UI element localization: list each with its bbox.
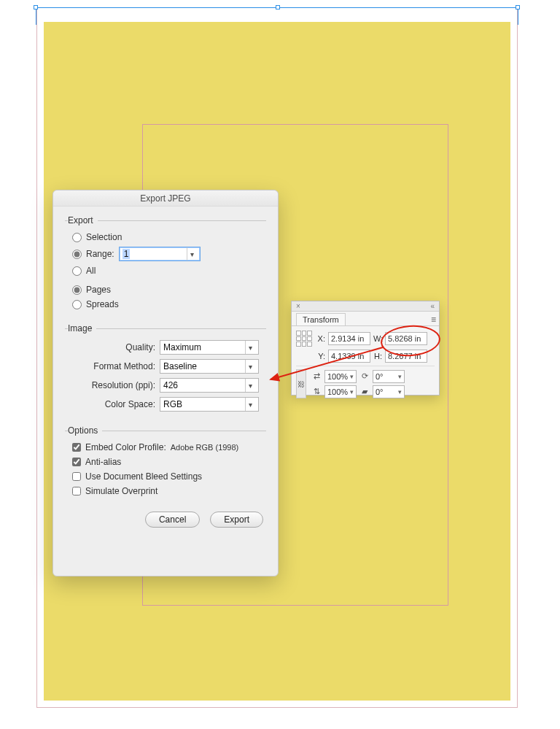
anti-alias-label: Anti-alias [85,457,121,467]
collapse-icon[interactable]: « [430,302,435,310]
export-jpeg-dialog: Export JPEG Export Selection Range: 1 Al… [52,190,279,576]
options-legend: Options [68,425,102,436]
range-radio[interactable] [72,250,82,259]
constrain-proportions-icon[interactable]: ⛓ [296,369,306,398]
embed-profile-name: Adobe RGB (1998) [171,443,239,452]
chevron-down-icon[interactable] [187,247,197,261]
selection-handle-tr[interactable] [516,5,520,9]
scale-y-dropdown[interactable]: 100% [324,385,357,398]
chevron-down-icon[interactable] [245,398,255,411]
spreads-label: Spreads [86,299,119,309]
h-label: H: [373,352,382,360]
pages-label: Pages [86,285,111,295]
export-button[interactable]: Export [210,512,263,528]
bleed-checkbox[interactable] [72,472,81,481]
overprint-label: Simulate Overprint [85,486,158,496]
pages-radio[interactable] [72,285,82,295]
shear-icon: ▰ [359,387,370,396]
selection-radio[interactable] [72,233,82,242]
image-legend: Image [68,323,96,333]
selection-edge-left [36,7,36,25]
resolution-combobox[interactable]: 426 [160,378,259,393]
cancel-button[interactable]: Cancel [145,512,200,528]
scale-x-icon: ⇄ [311,371,322,381]
selection-edge-right [518,7,518,25]
shear-dropdown[interactable]: 0° [373,385,405,398]
format-method-label: Format Method: [72,361,155,371]
chevron-down-icon[interactable] [245,360,255,373]
x-label: X: [316,334,325,343]
image-group: Image Quality: Maximum Format Method: Ba… [65,323,266,417]
range-combobox[interactable]: 1 [119,247,201,261]
anti-alias-checkbox[interactable] [72,458,81,466]
scale-x-dropdown[interactable]: 100% [324,370,357,383]
options-group: Options Embed Color Profile: Adobe RGB (… [65,425,266,501]
rotate-dropdown[interactable]: 0° [373,370,405,383]
overprint-checkbox[interactable] [72,487,81,495]
all-label: All [86,266,96,276]
close-icon[interactable]: × [296,302,300,310]
export-group: Export Selection Range: 1 All Pages Spre… [65,215,266,315]
bleed-label: Use Document Bleed Settings [85,471,202,482]
selection-handle-tl[interactable] [34,5,38,9]
spreads-radio[interactable] [72,300,82,309]
export-legend: Export [68,215,98,225]
color-space-select[interactable]: RGB [160,397,259,412]
y-input[interactable]: 4.1339 in [328,350,370,363]
reference-point-proxy[interactable] [296,331,312,347]
panel-menu-icon[interactable]: ≡ [431,315,436,325]
chevron-down-icon[interactable] [245,379,255,392]
x-input[interactable]: 2.9134 in [328,332,370,345]
resolution-label: Resolution (ppi): [72,380,155,390]
selection-handle-tc[interactable] [276,5,280,9]
format-method-select[interactable]: Baseline [160,359,259,374]
embed-profile-checkbox[interactable] [72,443,81,452]
range-label: Range: [86,249,114,259]
color-space-label: Color Space: [72,399,155,409]
quality-select[interactable]: Maximum [160,340,259,355]
quality-label: Quality: [72,342,155,352]
scale-y-icon: ⇅ [311,387,322,396]
chevron-down-icon[interactable] [245,341,255,354]
all-radio[interactable] [72,266,82,276]
selection-label: Selection [86,232,122,242]
tab-transform[interactable]: Transform [296,313,346,325]
y-label: Y: [316,352,325,360]
dialog-title: Export JPEG [53,190,278,207]
rotate-icon: ⟳ [359,371,370,381]
embed-profile-label: Embed Color Profile: [85,442,166,452]
